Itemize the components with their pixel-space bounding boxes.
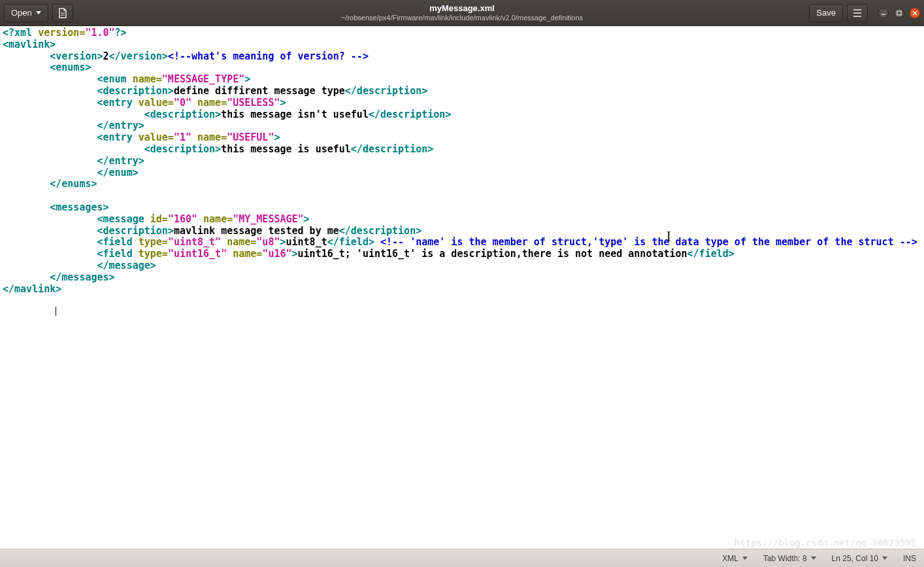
insert-mode[interactable]: INS xyxy=(903,554,916,563)
minimize-icon xyxy=(881,10,886,16)
code-line[interactable]: <enum name="MESSAGE_TYPE"> xyxy=(3,74,921,86)
code-line[interactable] xyxy=(3,295,921,307)
statusbar: https://blog.csdn.net/qq_30623591 XML Ta… xyxy=(0,549,924,567)
chevron-down-icon xyxy=(811,557,816,560)
maximize-button[interactable] xyxy=(894,8,904,18)
new-document-icon xyxy=(58,8,67,18)
open-button[interactable]: Open xyxy=(4,4,48,22)
maximize-icon xyxy=(897,10,902,16)
code-line[interactable] xyxy=(3,190,921,202)
tab-width-selector[interactable]: Tab Width: 8 xyxy=(763,554,816,563)
code-content[interactable]: <?xml version="1.0"?><mavlink> <version>… xyxy=(0,26,924,320)
code-line[interactable]: </enums> xyxy=(3,179,921,190)
save-button[interactable]: Save xyxy=(809,4,843,22)
code-line[interactable]: <entry value="0" name="USELESS"> xyxy=(3,97,921,109)
code-line[interactable]: <description>mavlink message tested by m… xyxy=(3,226,921,237)
file-path: ~/robsense/px4/Firmware/mavlink/include/… xyxy=(341,14,583,22)
file-title: myMessage.xml xyxy=(341,4,583,13)
hamburger-icon xyxy=(853,9,862,17)
language-selector[interactable]: XML xyxy=(722,554,748,563)
code-line[interactable]: <version>2</version><!--what's meaning o… xyxy=(3,51,921,63)
close-button[interactable] xyxy=(910,8,920,18)
code-line[interactable]: <description>this message is useful</des… xyxy=(3,144,921,156)
code-line[interactable]: <message id="160" name="MY_MESSAGE"> xyxy=(3,214,921,226)
text-caret xyxy=(56,307,56,316)
code-line[interactable]: </entry> xyxy=(3,156,921,167)
language-label: XML xyxy=(722,554,738,563)
titlebar: Open myMessage.xml ~/robsense/px4/Firmwa… xyxy=(0,0,924,26)
chevron-down-icon xyxy=(742,557,748,560)
open-button-label: Open xyxy=(11,8,32,18)
code-line[interactable]: <description>define diffirent message ty… xyxy=(3,86,921,97)
code-line[interactable]: <description>this message isn't useful</… xyxy=(3,109,921,121)
close-icon xyxy=(912,10,917,16)
code-line[interactable]: <mavlink> xyxy=(3,39,921,51)
tab-width-label: Tab Width: 8 xyxy=(763,554,807,563)
code-line[interactable]: <field type="uint16_t" name="u16">uint16… xyxy=(3,249,921,260)
cursor-position[interactable]: Ln 25, Col 10 xyxy=(832,554,887,563)
cursor-position-label: Ln 25, Col 10 xyxy=(832,554,878,563)
new-document-button[interactable] xyxy=(52,4,73,22)
code-line[interactable]: </mavlink> xyxy=(3,284,921,296)
code-line[interactable]: <enums> xyxy=(3,62,921,74)
code-line[interactable] xyxy=(3,307,921,319)
editor-area[interactable]: <?xml version="1.0"?><mavlink> <version>… xyxy=(0,26,924,549)
code-line[interactable]: <entry value="1" name="USEFUL"> xyxy=(3,132,921,144)
insert-mode-label: INS xyxy=(903,554,916,563)
save-button-label: Save xyxy=(816,8,836,18)
chevron-down-icon xyxy=(36,11,41,14)
code-line[interactable]: <field type="uint8_t" name="u8">uint8_t<… xyxy=(3,237,921,249)
menu-button[interactable] xyxy=(847,4,868,22)
minimize-button[interactable] xyxy=(878,8,889,18)
svg-rect-0 xyxy=(897,11,901,15)
code-line[interactable]: </entry> xyxy=(3,120,921,132)
code-line[interactable]: </message> xyxy=(3,260,921,272)
chevron-down-icon xyxy=(882,557,887,560)
code-line[interactable]: </messages> xyxy=(3,272,921,284)
code-line[interactable]: <?xml version="1.0"?> xyxy=(3,27,921,39)
code-line[interactable]: </enum> xyxy=(3,167,921,179)
code-line[interactable]: <messages> xyxy=(3,202,921,214)
